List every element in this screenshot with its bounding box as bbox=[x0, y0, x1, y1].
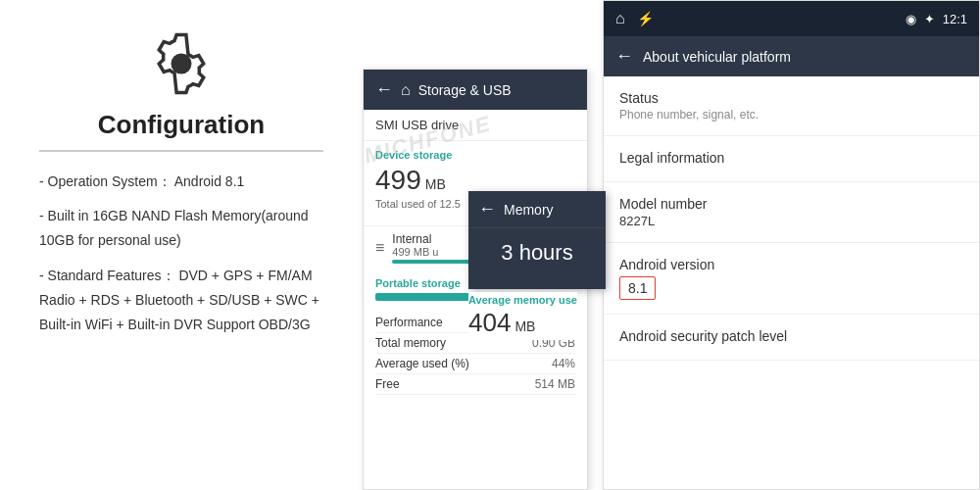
memory-title: Memory bbox=[504, 202, 554, 218]
about-header: ← About vehicular platform bbox=[604, 36, 979, 76]
topbar-bluetooth-icon: ✦ bbox=[924, 12, 935, 26]
avg-memory-size: 404 bbox=[468, 308, 511, 338]
gear-icon-container bbox=[39, 29, 323, 102]
stats-val-free: 514 MB bbox=[535, 377, 575, 391]
memory-hours: 3 hours bbox=[468, 228, 606, 277]
config-item-memory: - Built in 16GB NAND Flash Memory(around… bbox=[39, 204, 323, 253]
about-status-sub: Phone number, signal, etc. bbox=[619, 108, 963, 122]
stats-row-free: Free 514 MB bbox=[375, 374, 575, 395]
config-item-features: - Standard Features： DVD + GPS + FM/AM R… bbox=[39, 264, 323, 338]
topbar-icons: ◉ ✦ 12:1 bbox=[906, 12, 967, 26]
about-legal-title: Legal information bbox=[619, 150, 963, 166]
memory-header: ← Memory bbox=[468, 191, 606, 228]
about-item-security[interactable]: Android security patch level bbox=[604, 315, 979, 361]
about-item-model[interactable]: Model number 8227L bbox=[604, 182, 979, 243]
device-storage-label: Device storage bbox=[375, 149, 575, 161]
stats-label-performance: Performance bbox=[375, 316, 443, 329]
memory-back-button[interactable]: ← bbox=[478, 199, 496, 220]
stats-label-avg: Average used (%) bbox=[375, 357, 469, 370]
topbar-time: 12:1 bbox=[943, 12, 967, 26]
about-item-legal[interactable]: Legal information bbox=[604, 136, 979, 182]
stats-row-avg: Average used (%) 44% bbox=[375, 354, 575, 374]
smi-label: SMI USB drive bbox=[364, 110, 587, 141]
about-topbar: ⌂ ⚡ ◉ ✦ 12:1 bbox=[604, 1, 979, 36]
config-title: Configuration bbox=[39, 110, 323, 152]
avg-memory-section: Average memory use 404 MB bbox=[468, 292, 577, 340]
stats-label-total: Total memory bbox=[375, 336, 446, 350]
android-version-box: 8.1 bbox=[619, 276, 656, 300]
stats-val-avg: 44% bbox=[552, 357, 575, 370]
about-model-value: 8227L bbox=[619, 214, 963, 228]
home-icon: ⌂ bbox=[401, 81, 411, 99]
gear-icon bbox=[147, 29, 216, 98]
about-back-button[interactable]: ← bbox=[615, 46, 633, 67]
topbar-left: ⌂ ⚡ bbox=[615, 10, 654, 27]
android-version-value: 8.1 bbox=[628, 280, 647, 296]
avg-memory-unit: MB bbox=[514, 318, 535, 334]
config-list: - Operation System： Android 8.1 - Built … bbox=[39, 170, 323, 337]
config-item-os: - Operation System： Android 8.1 bbox=[39, 170, 323, 194]
internal-storage-icon: ≡ bbox=[375, 239, 384, 257]
topbar-location-icon: ◉ bbox=[906, 12, 916, 26]
topbar-usb-icon: ⚡ bbox=[637, 11, 654, 26]
about-header-title: About vehicular platform bbox=[643, 49, 791, 65]
about-list: Status Phone number, signal, etc. Legal … bbox=[604, 76, 979, 361]
about-panel: ⌂ ⚡ ◉ ✦ 12:1 ← About vehicular platform … bbox=[603, 0, 980, 490]
memory-overlay: ← Memory 3 hours bbox=[468, 191, 606, 289]
storage-size-number: 499 bbox=[375, 165, 421, 196]
about-model-title: Model number bbox=[619, 196, 963, 212]
about-security-title: Android security patch level bbox=[619, 328, 963, 344]
about-status-title: Status bbox=[619, 90, 963, 106]
storage-back-button[interactable]: ← bbox=[375, 79, 393, 100]
left-panel: Configuration - Operation System： Androi… bbox=[0, 0, 363, 490]
storage-title: Storage & USB bbox=[418, 82, 512, 98]
about-item-status[interactable]: Status Phone number, signal, etc. bbox=[604, 76, 979, 136]
about-android-title: Android version bbox=[619, 257, 963, 272]
topbar-home-icon: ⌂ bbox=[615, 10, 625, 27]
stats-label-free: Free bbox=[375, 377, 400, 391]
avg-memory-value-row: 404 MB bbox=[468, 308, 577, 338]
storage-header: ← ⌂ Storage & USB bbox=[364, 70, 587, 110]
about-item-android-version[interactable]: Android version 8.1 bbox=[604, 243, 979, 315]
storage-size-unit: MB bbox=[425, 176, 446, 192]
avg-memory-label: Average memory use bbox=[468, 294, 577, 306]
